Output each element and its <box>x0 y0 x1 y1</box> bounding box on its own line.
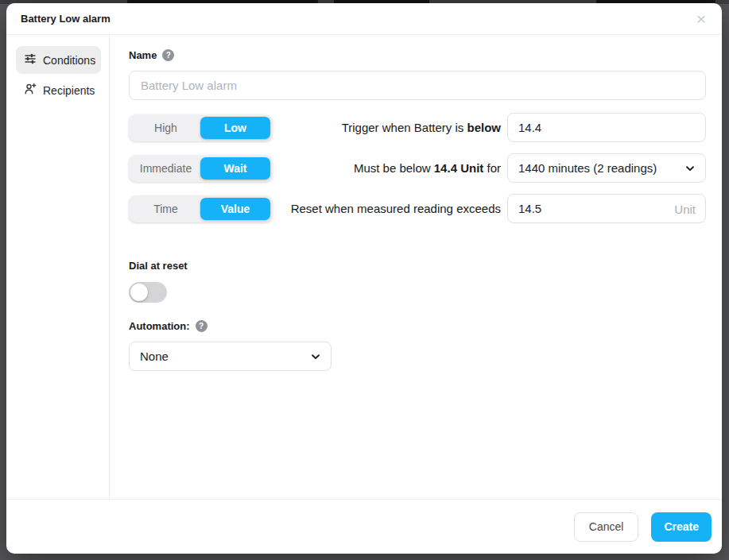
alarm-name-input[interactable] <box>129 71 706 100</box>
toggle-option-high[interactable]: High <box>131 117 200 139</box>
name-label: Name <box>129 49 157 61</box>
sidebar-item-label: Conditions <box>43 54 95 67</box>
immediate-wait-toggle: Immediate Wait <box>129 155 273 182</box>
toggle-option-wait[interactable]: Wait <box>200 157 270 180</box>
automation-label-row: Automation: ? <box>129 320 706 332</box>
help-icon[interactable]: ? <box>162 49 174 61</box>
reset-row: Time Value Reset when measured reading e… <box>129 194 706 223</box>
toggle-option-time[interactable]: Time <box>131 198 200 220</box>
reset-description: Reset when measured reading exceeds <box>273 202 507 215</box>
wait-description: Must be below 14.4 Unit for <box>273 161 507 175</box>
chevron-down-icon <box>684 163 696 174</box>
reset-value-input[interactable] <box>507 194 706 223</box>
automation-select-value: None <box>140 350 169 363</box>
dial-at-reset-label: Dial at reset <box>129 260 706 272</box>
help-icon[interactable]: ? <box>196 320 207 332</box>
dialog-sidebar: Conditions Recipients <box>6 35 110 499</box>
duration-select[interactable]: 1440 minutes (2 readings) <box>507 153 706 183</box>
toggle-option-immediate[interactable]: Immediate <box>131 157 200 180</box>
adjustments-icon <box>24 52 37 68</box>
conditions-panel: Name ? High Low Trigger when Battery is … <box>110 35 722 499</box>
sidebar-item-conditions[interactable]: Conditions <box>16 46 101 74</box>
automation-select[interactable]: None <box>129 342 332 371</box>
chevron-down-icon <box>310 351 321 362</box>
duration-select-value: 1440 minutes (2 readings) <box>518 161 657 175</box>
name-label-row: Name ? <box>129 49 706 61</box>
wait-row: Immediate Wait Must be below 14.4 Unit f… <box>129 153 706 183</box>
high-low-toggle: High Low <box>129 114 273 141</box>
trigger-row: High Low Trigger when Battery is below <box>129 113 706 142</box>
dialog-title: Battery Low alarm <box>21 13 111 25</box>
create-button[interactable]: Create <box>651 512 712 542</box>
sidebar-item-label: Recipients <box>43 84 95 97</box>
sidebar-item-recipients[interactable]: Recipients <box>16 76 101 104</box>
toggle-option-value[interactable]: Value <box>200 198 270 220</box>
toggle-option-low[interactable]: Low <box>200 117 270 139</box>
trigger-description: Trigger when Battery is below <box>273 121 507 134</box>
toggle-knob <box>130 284 148 301</box>
alarm-dialog: Battery Low alarm × Conditions <box>6 3 722 554</box>
dialog-footer: Cancel Create <box>6 499 722 554</box>
time-value-toggle: Time Value <box>129 195 273 222</box>
close-icon[interactable]: × <box>693 9 709 29</box>
person-add-icon <box>24 83 37 98</box>
cancel-button[interactable]: Cancel <box>574 512 639 542</box>
trigger-value-input[interactable] <box>507 113 706 142</box>
dial-at-reset-toggle[interactable] <box>129 282 167 303</box>
automation-label: Automation: <box>129 320 190 332</box>
dialog-header: Battery Low alarm × <box>6 3 722 35</box>
